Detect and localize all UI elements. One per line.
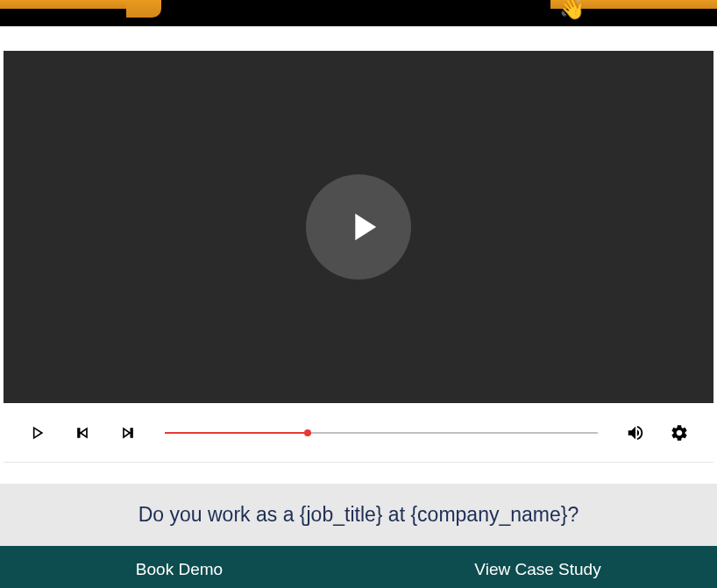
play-button-large[interactable]	[306, 174, 411, 280]
play-icon	[340, 204, 386, 250]
cta-bar: Book Demo View Case Study	[0, 546, 717, 588]
banner-decoration-left-extra	[126, 0, 161, 18]
progress-fill	[165, 432, 308, 434]
next-button[interactable]	[119, 424, 137, 442]
skip-previous-icon	[74, 424, 91, 442]
top-banner: 👋	[0, 0, 717, 26]
skip-next-icon	[119, 424, 137, 442]
video-player	[0, 47, 717, 466]
progress-bar[interactable]	[165, 431, 598, 435]
spacer	[0, 466, 717, 484]
settings-button[interactable]	[670, 423, 689, 443]
play-small-icon	[28, 424, 46, 442]
previous-button[interactable]	[74, 424, 91, 442]
question-banner: Do you work as a {job_title} at {company…	[0, 484, 717, 546]
volume-icon	[626, 423, 645, 443]
volume-button[interactable]	[626, 423, 645, 443]
book-demo-button[interactable]: Book Demo	[0, 546, 358, 588]
view-case-study-label: View Case Study	[474, 560, 600, 579]
progress-thumb[interactable]	[304, 429, 311, 436]
book-demo-label: Book Demo	[136, 560, 223, 579]
question-text: Do you work as a {job_title} at {company…	[138, 503, 579, 526]
video-controls	[4, 403, 713, 463]
video-area[interactable]	[4, 51, 713, 403]
view-case-study-button[interactable]: View Case Study	[358, 546, 717, 588]
play-button[interactable]	[28, 424, 46, 442]
wave-icon: 👋	[559, 0, 586, 21]
controls-right	[626, 423, 689, 443]
gear-icon	[670, 423, 689, 443]
